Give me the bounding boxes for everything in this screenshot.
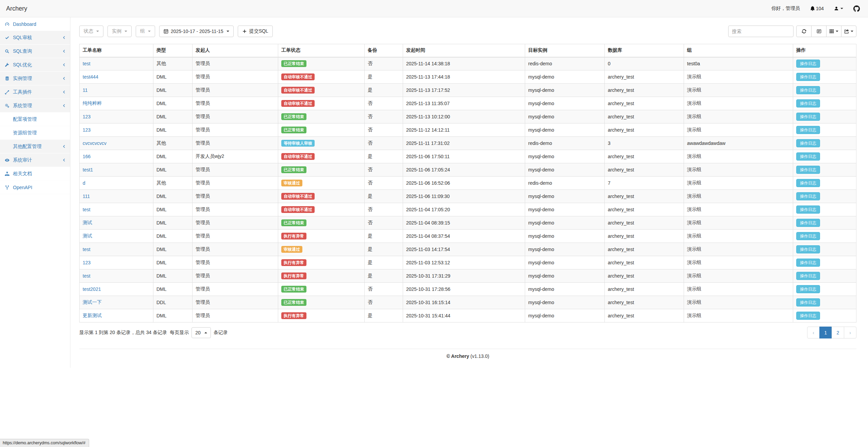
operation-log-button[interactable]: 操作日志: [796, 298, 820, 307]
page-size-suffix: 条记录: [214, 330, 228, 336]
sidebar-item-工具插件[interactable]: 工具插件: [0, 85, 70, 99]
sidebar-item-dashboard[interactable]: Dashboard: [0, 17, 70, 31]
status-badge: 自动审核不通过: [281, 73, 315, 80]
filter-dropdown-组[interactable]: 组: [136, 26, 155, 37]
operation-log-button[interactable]: 操作日志: [796, 219, 820, 227]
wrench-icon: [5, 63, 13, 67]
operation-log-button[interactable]: 操作日志: [796, 232, 820, 240]
workflow-type: DML: [153, 150, 193, 163]
columns-button[interactable]: [826, 26, 841, 37]
workflow-link[interactable]: test2021: [83, 286, 101, 292]
caret-down-icon: [836, 31, 838, 32]
notification-count: 104: [816, 6, 824, 11]
caret-down-icon: [840, 8, 843, 9]
notifications-button[interactable]: 104: [810, 6, 824, 11]
filter-dropdown-状态[interactable]: 状态: [79, 26, 103, 37]
page-button-2[interactable]: 2: [832, 327, 844, 338]
refresh-button[interactable]: [796, 26, 812, 37]
backup-flag: 否: [365, 177, 403, 190]
sidebar-item-系统管理[interactable]: 系统管理: [0, 99, 70, 113]
sidebar-item-相关文档[interactable]: 相关文档: [0, 167, 70, 181]
next-page-button[interactable]: ›: [844, 327, 856, 338]
sidebar-item-sql优化[interactable]: SQL优化: [0, 58, 70, 72]
backup-flag: 否: [365, 203, 403, 216]
workflow-link[interactable]: 测试一下: [83, 299, 102, 305]
workflow-link[interactable]: 111: [83, 194, 90, 199]
github-link[interactable]: [853, 5, 860, 12]
workflow-link[interactable]: test: [83, 273, 90, 279]
workflow-link[interactable]: 123: [83, 260, 90, 265]
workflow-link[interactable]: 测试: [83, 220, 92, 225]
operation-log-button[interactable]: 操作日志: [796, 139, 820, 147]
operation-log-button[interactable]: 操作日志: [796, 205, 820, 214]
status-badge: 已正常结束: [281, 299, 306, 306]
operation-log-button[interactable]: 操作日志: [796, 73, 820, 81]
search-input[interactable]: [728, 26, 794, 37]
workflow-link[interactable]: 123: [83, 114, 90, 119]
workflow-link[interactable]: 测试: [83, 233, 92, 238]
sidebar-item-openapi[interactable]: OpenAPI: [0, 181, 70, 194]
workflow-link[interactable]: test: [83, 207, 90, 212]
target-instance: mysql-demo: [525, 203, 605, 216]
operation-log-button[interactable]: 操作日志: [796, 113, 820, 121]
operation-log-button[interactable]: 操作日志: [796, 272, 820, 280]
filter-dropdown-实例[interactable]: 实例: [107, 26, 132, 37]
operation-log-button[interactable]: 操作日志: [796, 166, 820, 174]
operation-log-button[interactable]: 操作日志: [796, 152, 820, 161]
workflow-link[interactable]: 11: [83, 87, 88, 93]
submit-sql-button[interactable]: 提交SQL: [238, 26, 273, 37]
chevron-left-icon: [62, 77, 66, 80]
sidebar-item-其他配置管理[interactable]: 其他配置管理: [0, 140, 70, 153]
sidebar-item-sql查询[interactable]: SQL查询: [0, 45, 70, 58]
caret-down-icon: [227, 31, 229, 32]
table-row: testDML管理员自动审核不通过否2025-11-04 17:05:20mys…: [80, 203, 856, 216]
operation-log-button[interactable]: 操作日志: [796, 192, 820, 200]
workflow-link[interactable]: d: [83, 180, 85, 186]
group-name: 演示组: [684, 243, 793, 256]
operation-log-button[interactable]: 操作日志: [796, 60, 820, 68]
workflow-link[interactable]: 123: [83, 127, 90, 133]
operation-log-button[interactable]: 操作日志: [796, 99, 820, 107]
column-header: 备份: [365, 44, 403, 57]
database-name: archery_test: [605, 283, 684, 296]
page-button-1[interactable]: 1: [819, 327, 832, 338]
page-size-select[interactable]: 20: [191, 327, 211, 338]
workflow-link[interactable]: 纯纯粹粹: [83, 100, 102, 106]
workflow-type: DML: [153, 243, 193, 256]
export-button[interactable]: [841, 26, 856, 37]
sidebar-item-配置项管理[interactable]: 配置项管理: [0, 113, 70, 126]
app-brand[interactable]: Archery: [6, 5, 27, 12]
pagination: ‹12›: [807, 327, 856, 338]
create-time: 2025-11-04 17:05:20: [403, 203, 525, 216]
workflow-author: 管理员: [193, 309, 278, 322]
sidebar-item-资源组管理[interactable]: 资源组管理: [0, 126, 70, 140]
toggle-view-button[interactable]: [811, 26, 827, 37]
column-header: 数据库: [605, 44, 684, 57]
sidebar-item-实例管理[interactable]: 实例管理: [0, 72, 70, 85]
workflow-link[interactable]: 更新测试: [83, 313, 102, 318]
operation-log-button[interactable]: 操作日志: [796, 245, 820, 253]
workflow-link[interactable]: test: [83, 61, 90, 66]
sidebar-item-系统审计[interactable]: 系统审计: [0, 153, 70, 167]
prev-page-button[interactable]: ‹: [807, 327, 820, 338]
user-menu-button[interactable]: [834, 6, 843, 11]
operation-log-button[interactable]: 操作日志: [796, 179, 820, 187]
workflow-link[interactable]: test: [83, 247, 90, 252]
operation-log-button[interactable]: 操作日志: [796, 259, 820, 267]
chevron-left-icon: [62, 158, 66, 162]
records-summary: 显示第 1 到第 20 条记录，总共 34 条记录: [79, 330, 167, 336]
workflow-link[interactable]: test1: [83, 167, 93, 172]
status-badge: 已正常结束: [281, 219, 306, 226]
operation-log-button[interactable]: 操作日志: [796, 312, 820, 320]
operation-log-button[interactable]: 操作日志: [796, 285, 820, 293]
operation-log-button[interactable]: 操作日志: [796, 86, 820, 94]
operation-log-button[interactable]: 操作日志: [796, 126, 820, 134]
workflow-link[interactable]: cvcvcvcvcv: [83, 140, 106, 146]
dashboard-icon: [5, 22, 13, 27]
group-name: 演示组: [684, 296, 793, 309]
workflow-link[interactable]: 166: [83, 154, 90, 159]
workflow-link[interactable]: test444: [83, 74, 98, 80]
sidebar-item-sql审核[interactable]: SQL审核: [0, 31, 70, 45]
date-range-button[interactable]: 2025-10-17 - 2025-11-15: [159, 26, 234, 37]
caret-up-icon: [204, 332, 207, 333]
